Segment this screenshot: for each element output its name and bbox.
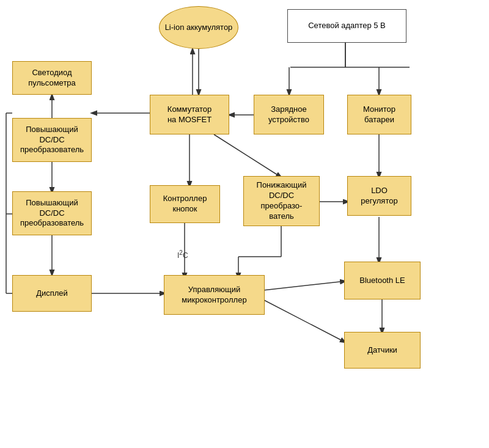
- bluetooth-block: Bluetooth LE: [344, 262, 421, 299]
- svg-line-23: [263, 281, 345, 290]
- ponij-block: ПонижающийDC/DCпреобразо-ватель: [243, 176, 320, 226]
- kontroller-block: Контроллеркнопок: [150, 185, 220, 223]
- zaryadnoe-block: Зарядноеустройство: [254, 95, 324, 134]
- svetodiod-block: Светодиодпульсометра: [12, 61, 92, 95]
- monitor-block: Мониторбатареи: [347, 95, 411, 134]
- svg-line-24: [263, 299, 345, 342]
- diagram: I2C Li-ion аккумулятор Сетевой адаптер 5…: [0, 0, 489, 448]
- li-ion-block: Li-ion аккумулятор: [159, 6, 238, 49]
- datchiki-block: Датчики: [344, 332, 421, 369]
- svg-line-12: [214, 134, 281, 177]
- povish1-block: ПовышающийDC/DCпреобразователь: [12, 118, 92, 162]
- kommutator-block: Коммутаторна MOSFET: [150, 95, 229, 134]
- povish2-block: ПовышающийDC/DCпреобразователь: [12, 191, 92, 235]
- i2c-label: I2C: [177, 249, 188, 260]
- display-block: Дисплей: [12, 275, 92, 312]
- ldo-block: LDOрегулятор: [347, 176, 411, 216]
- network-adapter-block: Сетевой адаптер 5 В: [287, 9, 406, 43]
- mcu-block: Управляющиймикроконтроллер: [164, 275, 265, 315]
